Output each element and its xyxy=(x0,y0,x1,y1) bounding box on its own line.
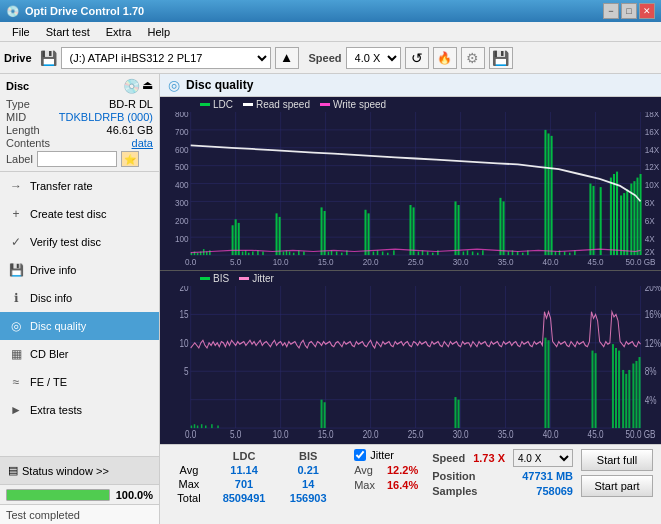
minimize-button[interactable]: − xyxy=(603,3,619,19)
svg-rect-167 xyxy=(197,426,199,429)
nav-items: → Transfer rate + Create test disc ✓ Ver… xyxy=(0,172,159,456)
eject-button[interactable]: ▲ xyxy=(275,47,299,69)
nav-create-test-disc-label: Create test disc xyxy=(30,208,106,220)
svg-text:6X: 6X xyxy=(645,215,655,226)
nav-disc-info[interactable]: ℹ Disc info xyxy=(0,284,159,312)
chart-header-icon: ◎ xyxy=(168,77,180,93)
chart2-legend: BIS Jitter xyxy=(160,271,661,286)
svg-text:12X: 12X xyxy=(645,162,660,173)
svg-rect-119 xyxy=(613,174,615,255)
menu-extra[interactable]: Extra xyxy=(98,24,140,40)
svg-rect-125 xyxy=(633,181,635,255)
nav-create-test-disc[interactable]: + Create test disc xyxy=(0,200,159,228)
svg-rect-113 xyxy=(569,253,571,255)
jitter-max-value: 16.4% xyxy=(387,479,418,491)
status-window-button[interactable]: ▤ Status window >> xyxy=(0,456,159,484)
status-window-label: Status window >> xyxy=(22,465,109,477)
legend-bis: BIS xyxy=(200,273,229,284)
ldc-max: 701 xyxy=(210,477,278,491)
extra-tests-icon: ► xyxy=(8,403,24,417)
app-title: Opti Drive Control 1.70 xyxy=(25,5,144,17)
menu-start-test[interactable]: Start test xyxy=(38,24,98,40)
svg-text:700: 700 xyxy=(175,126,189,137)
stats-bar: LDC BIS Avg 11.14 0.21 Max 701 xyxy=(160,444,661,524)
jitter-max-label: Max xyxy=(354,479,375,491)
progress-text: 100.0% xyxy=(116,489,153,501)
drive-select[interactable]: (J:) ATAPI iHBS312 2 PL17 xyxy=(61,47,271,69)
speed-section-label: Speed xyxy=(432,452,465,464)
label-go-button[interactable]: ⭐ xyxy=(121,151,139,167)
svg-rect-105 xyxy=(522,253,524,255)
close-button[interactable]: ✕ xyxy=(639,3,655,19)
svg-rect-109 xyxy=(551,136,553,255)
nav-verify-test-disc[interactable]: ✓ Verify test disc xyxy=(0,228,159,256)
svg-text:300: 300 xyxy=(175,198,189,209)
svg-rect-84 xyxy=(387,253,389,255)
max-label: Max xyxy=(168,477,210,491)
progress-bar-fill xyxy=(7,490,109,500)
nav-fe-te[interactable]: ≈ FE / TE xyxy=(0,368,159,396)
svg-rect-81 xyxy=(373,252,375,256)
svg-text:25.0: 25.0 xyxy=(408,256,424,267)
jitter-label: Jitter xyxy=(370,449,394,461)
nav-drive-info[interactable]: 💾 Drive info xyxy=(0,256,159,284)
svg-rect-183 xyxy=(622,370,624,428)
refresh-button[interactable]: ↺ xyxy=(405,47,429,69)
svg-rect-97 xyxy=(472,252,474,256)
disc-eject-icon[interactable]: ⏏ xyxy=(142,78,153,94)
svg-rect-188 xyxy=(639,357,641,428)
svg-text:16%: 16% xyxy=(645,309,661,320)
svg-rect-91 xyxy=(432,253,434,255)
menu-help[interactable]: Help xyxy=(139,24,178,40)
speed-select[interactable]: 4.0 X xyxy=(346,47,401,69)
fe-te-icon: ≈ xyxy=(8,375,24,389)
svg-text:40.0: 40.0 xyxy=(543,256,559,267)
contents-value[interactable]: data xyxy=(132,137,153,149)
svg-text:45.0: 45.0 xyxy=(588,256,604,267)
drive-bar: Drive 💾 (J:) ATAPI iHBS312 2 PL17 ▲ Spee… xyxy=(0,42,661,74)
svg-rect-63 xyxy=(262,252,264,256)
svg-rect-166 xyxy=(194,424,196,428)
start-part-button[interactable]: Start part xyxy=(581,475,653,497)
disc-scan-icon[interactable]: 💿 xyxy=(123,78,140,94)
label-input[interactable] xyxy=(37,151,117,167)
nav-disc-quality[interactable]: ◎ Disc quality xyxy=(0,312,159,340)
position-label: Position xyxy=(432,470,475,482)
svg-text:5: 5 xyxy=(184,366,189,377)
disc-section-title: Disc xyxy=(6,80,29,92)
status-window-icon: ▤ xyxy=(8,464,18,477)
stats-avg-row: Avg 11.14 0.21 xyxy=(168,463,338,477)
jitter-avg-value: 12.2% xyxy=(387,464,418,476)
svg-rect-87 xyxy=(413,207,415,255)
burn-button[interactable]: 🔥 xyxy=(433,47,457,69)
save-button[interactable]: 💾 xyxy=(489,47,513,69)
verify-test-disc-icon: ✓ xyxy=(8,235,24,249)
ldc-avg: 11.14 xyxy=(210,463,278,477)
drive-icon: 💾 xyxy=(40,50,57,66)
svg-rect-73 xyxy=(324,211,326,255)
jitter-checkbox[interactable] xyxy=(354,449,366,461)
settings-button[interactable]: ⚙ xyxy=(461,47,485,69)
svg-text:4%: 4% xyxy=(645,395,657,406)
svg-rect-76 xyxy=(336,252,338,256)
nav-cd-bler-label: CD Bler xyxy=(30,348,69,360)
speed-section-dropdown[interactable]: 4.0 X xyxy=(513,449,573,467)
ldc-column-header: LDC xyxy=(210,449,278,463)
chart1-area: LDC Read speed Write speed xyxy=(160,97,661,271)
svg-text:14X: 14X xyxy=(645,144,660,155)
nav-extra-tests[interactable]: ► Extra tests xyxy=(0,396,159,424)
nav-transfer-rate[interactable]: → Transfer rate xyxy=(0,172,159,200)
svg-rect-118 xyxy=(610,178,612,256)
nav-cd-bler[interactable]: ▦ CD Bler xyxy=(0,340,159,368)
start-full-button[interactable]: Start full xyxy=(581,449,653,471)
svg-text:20.0: 20.0 xyxy=(363,256,379,267)
avg-label: Avg xyxy=(168,463,210,477)
svg-rect-100 xyxy=(499,198,501,255)
svg-text:200: 200 xyxy=(175,215,189,226)
menu-file[interactable]: File xyxy=(4,24,38,40)
total-label: Total xyxy=(168,491,210,505)
window-controls: − □ ✕ xyxy=(603,3,655,19)
svg-text:12%: 12% xyxy=(645,338,661,349)
svg-rect-126 xyxy=(636,178,638,256)
maximize-button[interactable]: □ xyxy=(621,3,637,19)
